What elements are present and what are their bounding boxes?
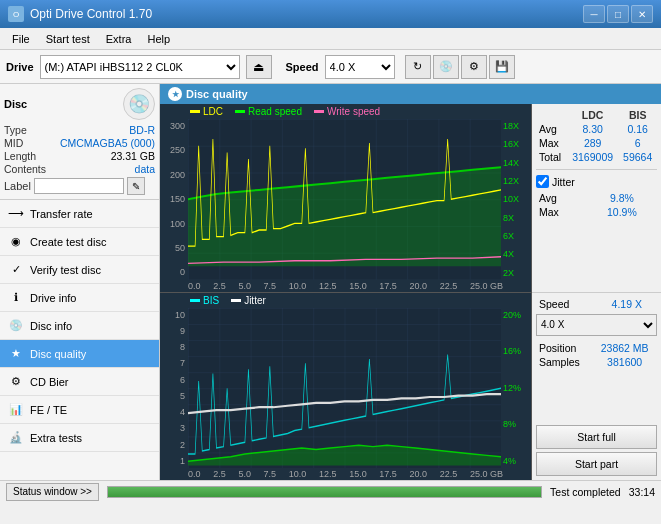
menu-start-test[interactable]: Start test <box>38 31 98 47</box>
disc-image: 💿 <box>123 88 155 120</box>
top-stats: LDC BIS Avg 8.30 0.16 Max 289 6 <box>532 104 661 292</box>
verify-icon: ✓ <box>8 262 24 278</box>
bottom-y-axis-left: 10987654321 <box>160 308 188 469</box>
max-bis: 6 <box>618 136 657 150</box>
samples-label: Samples <box>536 355 592 369</box>
eject-button[interactable]: ⏏ <box>246 55 272 79</box>
ldc-legend: LDC <box>203 106 223 117</box>
top-chart-svg <box>188 119 501 280</box>
sidebar-item-verify-test-disc[interactable]: ✓ Verify test disc <box>0 256 159 284</box>
save-icon[interactable]: 💾 <box>489 55 515 79</box>
title-bar: O Opti Drive Control 1.70 ─ □ ✕ <box>0 0 661 28</box>
type-label: Type <box>4 124 27 136</box>
max-jitter: 10.9% <box>587 205 657 219</box>
sidebar-item-create-test-disc[interactable]: ◉ Create test disc <box>0 228 159 256</box>
label-edit-button[interactable]: ✎ <box>127 177 145 195</box>
progress-bar <box>107 486 542 498</box>
bottom-chart-area: BIS Jitter 10987654321 <box>160 293 531 481</box>
right-stats-panel: LDC BIS Avg 8.30 0.16 Max 289 6 <box>531 104 661 480</box>
max-label2: Max <box>536 205 587 219</box>
chart-header-icon: ★ <box>168 87 182 101</box>
extra-tests-icon: 🔬 <box>8 430 24 446</box>
ldc-col-header: LDC <box>567 108 618 122</box>
sidebar-item-transfer-rate[interactable]: ⟶ Transfer rate <box>0 200 159 228</box>
speed-dropdown[interactable]: 4.0 X <box>536 314 657 336</box>
position-stats-table: Position 23862 MB Samples 381600 <box>536 341 657 369</box>
progress-bar-fill <box>108 487 541 497</box>
sidebar-nav: ⟶ Transfer rate ◉ Create test disc ✓ Ver… <box>0 200 159 480</box>
start-full-button[interactable]: Start full <box>536 425 657 449</box>
refresh-icon[interactable]: ↻ <box>405 55 431 79</box>
minimize-button[interactable]: ─ <box>583 5 605 23</box>
type-value: BD-R <box>129 124 155 136</box>
max-ldc: 289 <box>567 136 618 150</box>
top-y-axis-left: 300250200150100500 <box>160 119 188 280</box>
settings-icon[interactable]: ⚙ <box>461 55 487 79</box>
speed-select[interactable]: 4.0 X <box>325 55 395 79</box>
mid-label: MID <box>4 137 23 149</box>
sidebar-item-disc-quality[interactable]: ★ Disc quality <box>0 340 159 368</box>
stats-table: LDC BIS Avg 8.30 0.16 Max 289 6 <box>536 108 657 164</box>
label-input[interactable] <box>34 178 124 194</box>
bottom-chart-svg <box>188 308 501 469</box>
position-value: 23862 MB <box>592 341 657 355</box>
main-content: Disc 💿 Type BD-R MID CMCMAGBA5 (000) Len… <box>0 84 661 480</box>
label-label: Label <box>4 180 31 192</box>
maximize-button[interactable]: □ <box>607 5 629 23</box>
length-label: Length <box>4 150 36 162</box>
drive-label: Drive <box>6 61 34 73</box>
drive-select[interactable]: (M:) ATAPI iHBS112 2 CL0K <box>40 55 240 79</box>
menu-bar: File Start test Extra Help <box>0 28 661 50</box>
chart-title: Disc quality <box>186 88 248 100</box>
create-test-icon: ◉ <box>8 234 24 250</box>
avg-label2: Avg <box>536 191 587 205</box>
bottom-stats: Speed 4.19 X 4.0 X Position 23862 MB <box>532 292 661 481</box>
bottom-legend: BIS Jitter <box>160 293 531 308</box>
avg-label: Avg <box>536 122 567 136</box>
cd-bier-icon: ⚙ <box>8 374 24 390</box>
bottom-x-labels: 0.02.55.07.510.012.515.017.520.022.525.0… <box>160 468 531 480</box>
speed-value: 4.19 X <box>597 297 658 311</box>
samples-value: 381600 <box>592 355 657 369</box>
status-bar: Status window >> Test completed 33:14 <box>0 480 661 502</box>
start-part-button[interactable]: Start part <box>536 452 657 476</box>
jitter-check-label: Jitter <box>552 176 575 188</box>
total-bis: 59664 <box>618 150 657 164</box>
sidebar-item-label: FE / TE <box>30 404 67 416</box>
total-ldc: 3169009 <box>567 150 618 164</box>
sidebar-item-label: Disc quality <box>30 348 86 360</box>
sidebar-item-fe-te[interactable]: 📊 FE / TE <box>0 396 159 424</box>
status-window-button[interactable]: Status window >> <box>6 483 99 501</box>
drive-info-icon: ℹ <box>8 290 24 306</box>
drive-bar: Drive (M:) ATAPI iHBS112 2 CL0K ⏏ Speed … <box>0 50 661 84</box>
sidebar-item-cd-bier[interactable]: ⚙ CD Bier <box>0 368 159 396</box>
sidebar-item-extra-tests[interactable]: 🔬 Extra tests <box>0 424 159 452</box>
mid-value: CMCMAGBA5 (000) <box>60 137 155 149</box>
speed-label: Speed <box>286 61 319 73</box>
length-value: 23.31 GB <box>111 150 155 162</box>
sidebar-item-label: Verify test disc <box>30 264 101 276</box>
bis-col-header: BIS <box>618 108 657 122</box>
sidebar-item-label: Create test disc <box>30 236 106 248</box>
speed-label: Speed <box>536 297 597 311</box>
menu-help[interactable]: Help <box>139 31 178 47</box>
sidebar-item-label: Drive info <box>30 292 76 304</box>
disc-icon[interactable]: 💿 <box>433 55 459 79</box>
sidebar-item-disc-info[interactable]: 💿 Disc info <box>0 312 159 340</box>
status-text: Test completed <box>550 486 621 498</box>
contents-value: data <box>135 163 155 175</box>
bis-legend: BIS <box>203 295 219 306</box>
sidebar-item-label: Transfer rate <box>30 208 93 220</box>
avg-ldc: 8.30 <box>567 122 618 136</box>
sidebar: Disc 💿 Type BD-R MID CMCMAGBA5 (000) Len… <box>0 84 160 480</box>
top-y-axis-right: 18X16X14X12X10X8X6X4X2X <box>501 119 531 280</box>
menu-file[interactable]: File <box>4 31 38 47</box>
app-title: Opti Drive Control 1.70 <box>30 7 152 21</box>
speed-stats-table: Speed 4.19 X <box>536 297 657 311</box>
sidebar-item-drive-info[interactable]: ℹ Drive info <box>0 284 159 312</box>
close-button[interactable]: ✕ <box>631 5 653 23</box>
write-speed-legend: Write speed <box>327 106 380 117</box>
menu-extra[interactable]: Extra <box>98 31 140 47</box>
total-label: Total <box>536 150 567 164</box>
jitter-checkbox[interactable] <box>536 175 549 188</box>
